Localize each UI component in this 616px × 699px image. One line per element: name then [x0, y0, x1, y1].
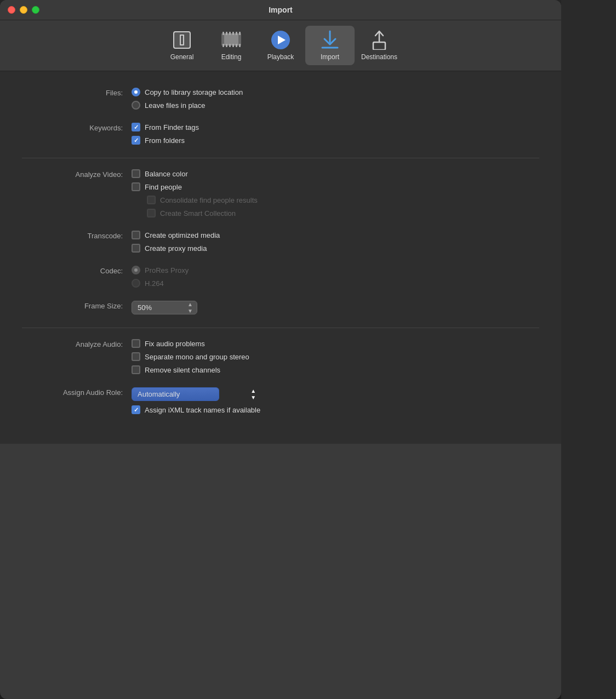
- analyze-audio-section: Analyze Audio: Fix audio problems Separa…: [22, 339, 539, 374]
- toolbar-item-import[interactable]: Import: [305, 26, 355, 65]
- window-title: Import: [9, 5, 552, 14]
- create-smart-collection-option: Create Smart Collection: [147, 209, 258, 217]
- analyze-video-section: Analyze Video: Balance color Find people…: [22, 169, 539, 217]
- codec-controls: ProRes Proxy H.264: [132, 266, 189, 288]
- assign-audio-role-select[interactable]: Automatically Dialogue Music Effects: [132, 387, 219, 401]
- h264-label: H.264: [145, 279, 164, 288]
- toolbar-item-general[interactable]: General: [157, 26, 207, 65]
- balance-color-option: Balance color: [132, 169, 258, 178]
- create-smart-collection-checkbox[interactable]: [147, 209, 156, 217]
- fix-audio-problems-label: Fix audio problems: [145, 340, 205, 348]
- svg-rect-10: [226, 44, 227, 47]
- editing-icon: [221, 30, 241, 50]
- frame-size-label: Frame Size:: [22, 301, 132, 310]
- codec-row: Codec: ProRes Proxy H.264: [22, 266, 539, 288]
- svg-rect-1: [221, 33, 224, 45]
- remove-silent-option: Remove silent channels: [132, 365, 249, 374]
- svg-rect-7: [236, 32, 237, 35]
- files-section: Files: Copy to library storage location …: [22, 88, 539, 110]
- assign-audio-role-select-wrapper: Automatically Dialogue Music Effects ▲ ▼: [132, 387, 260, 401]
- files-row: Files: Copy to library storage location …: [22, 88, 539, 110]
- transcode-section: Transcode: Create optimized media Create…: [22, 231, 539, 253]
- keywords-row: Keywords: From Finder tags From folders: [22, 123, 539, 145]
- h264-option: H.264: [132, 279, 189, 288]
- fix-audio-problems-option: Fix audio problems: [132, 339, 249, 348]
- h264-radio[interactable]: [132, 279, 140, 288]
- consolidate-find-people-checkbox[interactable]: [147, 196, 156, 204]
- create-optimized-media-label: Create optimized media: [145, 231, 220, 239]
- frame-size-select-wrapper: 25% 50% 75% 100% ▲ ▼: [132, 301, 197, 314]
- analyze-video-controls: Balance color Find people Consolidate fi…: [132, 169, 258, 217]
- from-finder-tags-option: From Finder tags: [132, 123, 199, 131]
- create-proxy-media-checkbox[interactable]: [132, 244, 140, 253]
- consolidate-find-people-label: Consolidate find people results: [160, 196, 258, 204]
- copy-library-label: Copy to library storage location: [145, 88, 243, 96]
- keywords-controls: From Finder tags From folders: [132, 123, 199, 145]
- assign-audio-role-row: Assign Audio Role: Automatically Dialogu…: [22, 387, 539, 414]
- create-optimized-media-checkbox[interactable]: [132, 231, 140, 239]
- svg-rect-13: [236, 44, 237, 47]
- svg-rect-17: [373, 42, 385, 50]
- svg-rect-5: [229, 32, 231, 35]
- toolbar-item-destinations[interactable]: Destinations: [355, 26, 404, 65]
- traffic-lights: [8, 6, 39, 14]
- svg-rect-3: [223, 32, 224, 35]
- toolbar-item-editing[interactable]: Editing: [207, 26, 256, 65]
- copy-library-radio[interactable]: [132, 88, 140, 96]
- find-people-option: Find people: [132, 182, 258, 191]
- separate-mono-checkbox[interactable]: [132, 352, 140, 361]
- prores-proxy-radio[interactable]: [132, 266, 140, 274]
- assign-audio-role-controls: Automatically Dialogue Music Effects ▲ ▼…: [132, 387, 260, 414]
- leave-in-place-radio[interactable]: [132, 101, 140, 110]
- codec-label: Codec:: [22, 266, 132, 275]
- analyze-audio-controls: Fix audio problems Separate mono and gro…: [132, 339, 249, 374]
- consolidate-find-people-option: Consolidate find people results: [147, 196, 258, 204]
- svg-rect-4: [226, 32, 227, 35]
- fix-audio-problems-checkbox[interactable]: [132, 339, 140, 348]
- frame-size-row: Frame Size: 25% 50% 75% 100% ▲ ▼: [22, 301, 539, 314]
- svg-rect-11: [229, 44, 231, 47]
- svg-rect-6: [232, 32, 234, 35]
- frame-size-select[interactable]: 25% 50% 75% 100%: [132, 301, 197, 314]
- minimize-button[interactable]: [20, 6, 27, 14]
- main-content: Files: Copy to library storage location …: [0, 71, 561, 444]
- destinations-icon: [369, 30, 389, 50]
- close-button[interactable]: [8, 6, 15, 14]
- from-folders-option: From folders: [132, 136, 199, 145]
- find-people-label: Find people: [145, 183, 182, 191]
- leave-in-place-option: Leave files in place: [132, 101, 243, 110]
- import-icon: [320, 30, 340, 50]
- analyze-audio-row: Analyze Audio: Fix audio problems Separa…: [22, 339, 539, 374]
- svg-rect-2: [238, 33, 241, 45]
- create-smart-collection-label: Create Smart Collection: [160, 209, 236, 217]
- assign-audio-role-label: Assign Audio Role:: [22, 387, 132, 397]
- toolbar: General: [0, 20, 561, 71]
- copy-library-option: Copy to library storage location: [132, 88, 243, 96]
- find-people-checkbox[interactable]: [132, 182, 140, 191]
- ixml-option: Assign iXML track names if available: [132, 405, 260, 414]
- svg-rect-14: [239, 44, 241, 47]
- ixml-label: Assign iXML track names if available: [145, 406, 260, 414]
- from-folders-checkbox[interactable]: [132, 136, 140, 145]
- transcode-label: Transcode:: [22, 231, 132, 240]
- from-finder-tags-checkbox[interactable]: [132, 123, 140, 131]
- analyze-audio-label: Analyze Audio:: [22, 339, 132, 348]
- from-finder-tags-label: From Finder tags: [145, 123, 199, 131]
- ixml-checkbox[interactable]: [132, 405, 140, 414]
- maximize-button[interactable]: [32, 6, 39, 14]
- balance-color-checkbox[interactable]: [132, 169, 140, 178]
- create-proxy-media-label: Create proxy media: [145, 244, 207, 253]
- general-icon: [172, 30, 192, 50]
- prores-proxy-label: ProRes Proxy: [145, 266, 189, 274]
- toolbar-label-editing: Editing: [221, 53, 242, 61]
- toolbar-item-playback[interactable]: Playback: [256, 26, 305, 65]
- svg-rect-8: [239, 32, 241, 35]
- remove-silent-checkbox[interactable]: [132, 365, 140, 374]
- remove-silent-label: Remove silent channels: [145, 366, 220, 374]
- separate-mono-option: Separate mono and group stereo: [132, 352, 249, 361]
- svg-rect-9: [223, 44, 224, 47]
- frame-size-controls: 25% 50% 75% 100% ▲ ▼: [132, 301, 197, 314]
- toolbar-label-destinations: Destinations: [361, 53, 397, 61]
- leave-in-place-label: Leave files in place: [145, 101, 206, 110]
- toolbar-label-playback: Playback: [267, 53, 294, 61]
